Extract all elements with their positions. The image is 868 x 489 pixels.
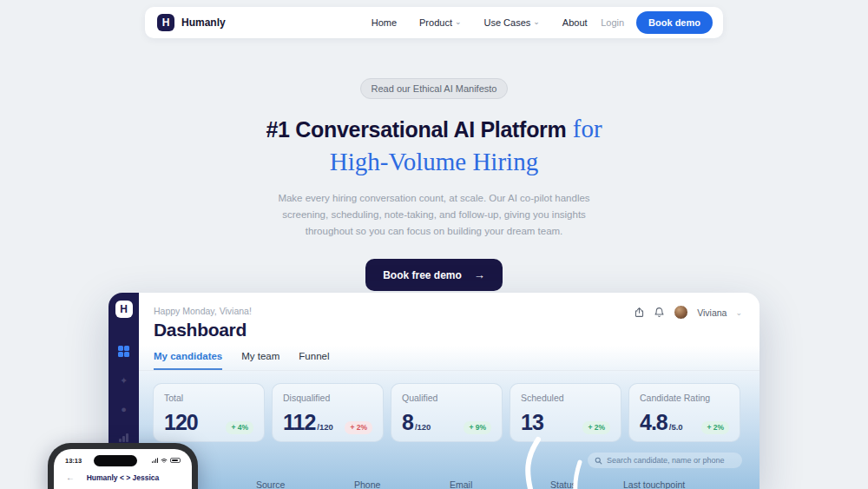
hero-title-sans: #1 Conversational AI Platform [266, 117, 566, 142]
cta-label: Book free demo [383, 269, 462, 281]
stat-suffix: /5.0 [669, 422, 683, 432]
phone-mockup: 13:13 ← Humanly < > Jessica [48, 443, 198, 489]
stat-value: 112 [283, 410, 315, 435]
nav-item-label: Use Cases [484, 17, 531, 28]
hero-title-serif-line2: High-Volume Hiring [330, 148, 538, 175]
nav-item-use-cases[interactable]: Use Cases ⌄ [484, 17, 540, 28]
user-avatar[interactable] [674, 305, 688, 320]
top-navbar: H Humanly Home Product ⌄ Use Cases ⌄ Abo… [145, 7, 723, 38]
stat-value: 8 [402, 410, 413, 435]
battery-icon [170, 458, 181, 463]
stats-row: Total 120 + 4% Disqualified 112 /120 + 2… [139, 371, 760, 442]
phone-chat-header: ← Humanly < > Jessica [54, 472, 192, 482]
stat-card-scheduled: Scheduled 13 + 2% [510, 383, 621, 442]
nav-item-product[interactable]: Product ⌄ [419, 17, 461, 28]
humanly-logo-icon[interactable]: H [115, 301, 133, 318]
stat-card-qualified: Qualified 8 /120 + 9% [391, 383, 503, 442]
column-header[interactable]: Phone [354, 479, 380, 489]
signal-icon [152, 458, 159, 463]
stat-value: 4.8 [640, 410, 667, 435]
stat-value: 120 [164, 410, 198, 435]
book-demo-button[interactable]: Book demo [636, 11, 713, 34]
stat-card-total: Total 120 + 4% [153, 383, 265, 442]
brand-name: Humanly [181, 17, 226, 29]
dynamic-island [94, 455, 137, 466]
analytics-bars-icon[interactable] [119, 433, 128, 442]
search-input[interactable] [607, 456, 735, 465]
phone-screen: 13:13 ← Humanly < > Jessica [54, 449, 192, 489]
stat-delta-badge: + 2% [345, 421, 372, 434]
phone-status-icons [152, 458, 181, 464]
stat-label: Scheduled [521, 393, 610, 403]
dashboard-grid-icon[interactable] [118, 346, 129, 357]
search-icon [595, 457, 602, 465]
stat-suffix: /120 [415, 422, 431, 432]
candidate-search[interactable] [588, 453, 742, 468]
tab-my-team[interactable]: My team [241, 351, 279, 370]
nav-item-label: Home [372, 17, 397, 28]
hero-section: Read our Ethical AI Manifesto #1 Convers… [0, 78, 868, 291]
login-link[interactable]: Login [601, 17, 624, 28]
hero-title-serif-inline: for [566, 115, 602, 142]
humanly-logo-icon: H [157, 14, 174, 31]
stat-delta-badge: + 2% [701, 421, 729, 434]
tab-funnel[interactable]: Funnel [299, 351, 329, 370]
stat-card-disqualified: Disqualified 112 /120 + 2% [272, 383, 384, 442]
ethical-ai-manifesto-badge[interactable]: Read our Ethical AI Manifesto [360, 78, 509, 99]
phone-status-bar: 13:13 [54, 454, 192, 466]
stat-delta-badge: + 2% [582, 421, 610, 434]
phone-time: 13:13 [65, 457, 82, 465]
stat-delta-badge: + 9% [464, 421, 491, 434]
column-header[interactable]: Last touchpoint [623, 479, 685, 489]
hero-description: Make every hiring conversation count, at… [273, 190, 595, 240]
share-icon[interactable] [634, 307, 645, 318]
column-header[interactable]: Email [450, 479, 472, 489]
chat-dot-icon[interactable]: ● [121, 405, 127, 414]
arrow-right-icon: → [474, 268, 485, 281]
chevron-down-icon: ⌄ [533, 18, 540, 26]
dashboard-main: Happy Monday, Viviana! Dashboard Viviana… [139, 293, 760, 489]
dashboard-tabs: My candidates My team Funnel [139, 351, 760, 371]
chevron-down-icon[interactable]: ⌄ [735, 308, 742, 317]
tab-my-candidates[interactable]: My candidates [154, 351, 222, 370]
stat-label: Candidate Rating [640, 393, 729, 403]
nav-item-home[interactable]: Home [372, 17, 397, 28]
stat-label: Qualified [402, 393, 491, 403]
sparkle-icon[interactable]: ✦ [120, 376, 128, 386]
table-header-row: Source Phone Email Status Last touchpoin… [139, 479, 760, 489]
user-name: Viviana [697, 307, 727, 318]
stat-suffix: /120 [317, 422, 333, 432]
stat-label: Total [164, 393, 253, 403]
stat-value: 13 [521, 410, 543, 435]
nav-item-about[interactable]: About [562, 17, 588, 28]
wifi-icon [161, 458, 168, 464]
book-free-demo-button[interactable]: Book free demo → [365, 259, 503, 291]
stat-card-candidate-rating: Candidate Rating 4.8 /5.0 + 2% [628, 383, 740, 442]
dashboard-mockup: H ✦ ● Happy Monday, Viviana! Dashboard [108, 293, 760, 489]
nav-item-label: About [562, 17, 588, 28]
nav-item-label: Product [419, 17, 452, 28]
column-header[interactable]: Source [256, 479, 285, 489]
hero-title: #1 Conversational AI Platform for High-V… [266, 113, 602, 178]
nav-right: Login Book demo [601, 11, 713, 34]
stat-label: Disqualified [283, 393, 372, 403]
column-header[interactable]: Status [550, 479, 576, 489]
dashboard-page-title: Dashboard [154, 320, 742, 340]
bell-icon[interactable] [654, 307, 665, 318]
chevron-down-icon: ⌄ [455, 18, 462, 26]
nav-links: Home Product ⌄ Use Cases ⌄ About [372, 17, 588, 28]
phone-chat-title: Humanly < > Jessica [54, 473, 192, 482]
brand[interactable]: H Humanly [157, 14, 226, 31]
stat-delta-badge: + 4% [226, 421, 253, 434]
